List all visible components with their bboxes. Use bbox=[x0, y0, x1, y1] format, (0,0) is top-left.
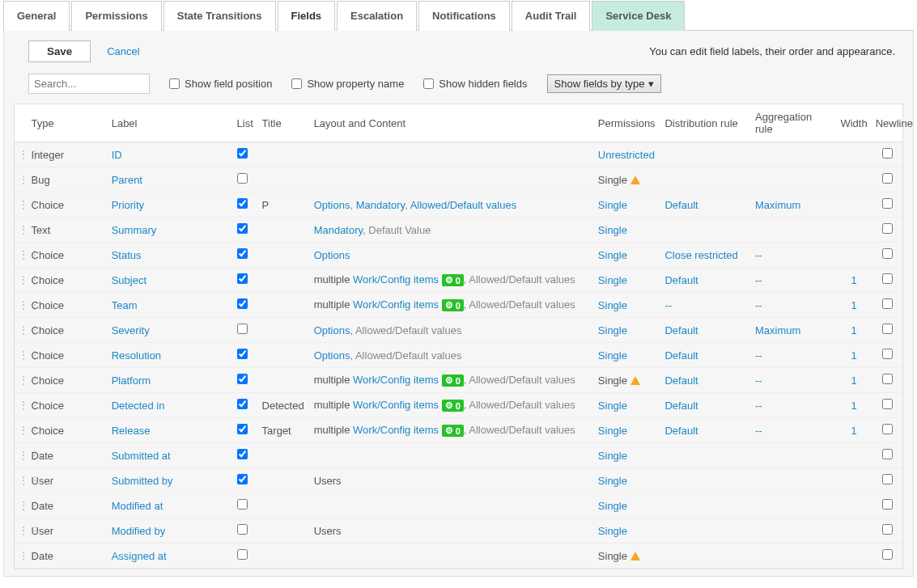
layout-link[interactable]: Options bbox=[314, 249, 350, 261]
field-label-link[interactable]: Submitted at bbox=[112, 450, 171, 462]
field-label-link[interactable]: Summary bbox=[112, 224, 157, 236]
cell-width[interactable]: 1 bbox=[835, 268, 872, 293]
list-checkbox[interactable] bbox=[237, 424, 248, 434]
search-input[interactable] bbox=[28, 74, 150, 94]
layout-link[interactable]: Work/Config items bbox=[353, 374, 439, 386]
newline-checkbox[interactable] bbox=[882, 399, 893, 409]
cell-width[interactable]: 1 bbox=[835, 368, 872, 393]
cell-title[interactable] bbox=[259, 518, 311, 544]
permissions-value[interactable]: Single bbox=[598, 224, 627, 236]
distribution-link[interactable]: -- bbox=[664, 299, 672, 311]
drag-handle-icon[interactable]: ⋮⋮ bbox=[15, 343, 28, 368]
tab-permissions[interactable]: Permissions bbox=[71, 1, 161, 31]
cell-title[interactable] bbox=[259, 167, 311, 192]
tab-escalation[interactable]: Escalation bbox=[337, 1, 417, 31]
show-field-position-checkbox[interactable] bbox=[169, 78, 180, 89]
layout-link[interactable]: Options bbox=[314, 349, 350, 362]
show-property-name-toggle[interactable]: Show property name bbox=[291, 78, 404, 90]
newline-checkbox[interactable] bbox=[882, 173, 893, 184]
width-value[interactable]: 1 bbox=[851, 349, 856, 362]
newline-checkbox[interactable] bbox=[882, 248, 893, 259]
newline-checkbox[interactable] bbox=[882, 374, 893, 384]
newline-checkbox[interactable] bbox=[882, 298, 893, 309]
permissions-value[interactable]: Single bbox=[598, 475, 627, 487]
show-hidden-fields-checkbox[interactable] bbox=[423, 78, 434, 89]
cell-title[interactable] bbox=[259, 368, 311, 393]
newline-checkbox[interactable] bbox=[882, 148, 893, 159]
cell-title[interactable] bbox=[259, 243, 311, 268]
permissions-value[interactable]: Single bbox=[598, 425, 627, 437]
field-label-link[interactable]: Status bbox=[112, 249, 142, 261]
width-value[interactable]: 1 bbox=[851, 299, 856, 311]
col-title[interactable]: Title bbox=[259, 104, 311, 142]
permissions-value[interactable]: Single bbox=[598, 274, 627, 286]
list-checkbox[interactable] bbox=[237, 349, 248, 359]
list-checkbox[interactable] bbox=[237, 223, 248, 234]
drag-handle-icon[interactable]: ⋮⋮ bbox=[15, 393, 28, 418]
show-hidden-fields-toggle[interactable]: Show hidden fields bbox=[423, 78, 527, 90]
config-badge[interactable]: 0 bbox=[442, 374, 464, 387]
drag-handle-icon[interactable]: ⋮⋮ bbox=[15, 468, 28, 493]
cell-title[interactable] bbox=[259, 142, 311, 167]
cell-width[interactable] bbox=[835, 243, 872, 268]
config-badge[interactable]: 0 bbox=[442, 425, 464, 437]
newline-checkbox[interactable] bbox=[882, 349, 893, 359]
cell-width[interactable] bbox=[835, 493, 872, 518]
cell-title[interactable] bbox=[259, 318, 311, 343]
list-checkbox[interactable] bbox=[237, 524, 248, 535]
distribution-link[interactable]: Default bbox=[664, 274, 698, 286]
newline-checkbox[interactable] bbox=[882, 524, 893, 535]
newline-checkbox[interactable] bbox=[882, 499, 893, 510]
cell-width[interactable] bbox=[835, 192, 872, 218]
layout-link[interactable]: Options bbox=[314, 199, 350, 211]
newline-checkbox[interactable] bbox=[882, 474, 893, 484]
tab-audit-trail[interactable]: Audit Trail bbox=[512, 1, 591, 31]
cell-width[interactable] bbox=[835, 167, 872, 192]
aggregation-link[interactable]: -- bbox=[755, 249, 762, 261]
list-checkbox[interactable] bbox=[237, 499, 248, 510]
field-label-link[interactable]: Assigned at bbox=[112, 550, 167, 562]
newline-checkbox[interactable] bbox=[882, 324, 893, 334]
drag-handle-icon[interactable]: ⋮⋮ bbox=[15, 293, 28, 318]
aggregation-link[interactable]: -- bbox=[755, 349, 762, 362]
list-checkbox[interactable] bbox=[237, 374, 248, 384]
cell-title[interactable] bbox=[259, 343, 311, 368]
list-checkbox[interactable] bbox=[237, 474, 248, 484]
drag-handle-icon[interactable]: ⋮⋮ bbox=[15, 544, 28, 569]
field-label-link[interactable]: Parent bbox=[112, 174, 142, 186]
list-checkbox[interactable] bbox=[237, 248, 248, 259]
show-property-name-checkbox[interactable] bbox=[291, 78, 302, 89]
drag-handle-icon[interactable]: ⋮⋮ bbox=[15, 418, 28, 443]
tab-notifications[interactable]: Notifications bbox=[418, 1, 510, 31]
layout-link[interactable]: Work/Config items bbox=[353, 298, 439, 311]
newline-checkbox[interactable] bbox=[882, 549, 893, 560]
field-label-link[interactable]: Severity bbox=[112, 324, 150, 336]
cell-width[interactable] bbox=[835, 218, 872, 243]
permissions-value[interactable]: Single bbox=[598, 299, 627, 311]
save-button[interactable]: Save bbox=[28, 40, 91, 62]
drag-handle-icon[interactable]: ⋮⋮ bbox=[15, 518, 28, 544]
field-label-link[interactable]: Detected in bbox=[112, 400, 165, 412]
field-label-link[interactable]: Resolution bbox=[112, 349, 161, 362]
col-layout[interactable]: Layout and Content bbox=[311, 104, 595, 142]
col-permissions[interactable]: Permissions bbox=[595, 104, 662, 142]
permissions-value[interactable]: Single bbox=[598, 400, 627, 412]
width-value[interactable]: 1 bbox=[851, 274, 856, 286]
field-label-link[interactable]: ID bbox=[112, 149, 122, 161]
permissions-value[interactable]: Single bbox=[598, 500, 627, 512]
newline-checkbox[interactable] bbox=[882, 223, 893, 234]
col-distribution[interactable]: Distribution rule bbox=[661, 104, 752, 142]
distribution-link[interactable]: Default bbox=[664, 374, 698, 387]
aggregation-link[interactable]: -- bbox=[755, 274, 762, 286]
drag-handle-icon[interactable]: ⋮⋮ bbox=[15, 318, 28, 343]
field-label-link[interactable]: Priority bbox=[112, 199, 144, 211]
list-checkbox[interactable] bbox=[237, 549, 248, 560]
drag-handle-icon[interactable]: ⋮⋮ bbox=[15, 368, 28, 393]
cell-title[interactable] bbox=[259, 443, 311, 468]
permissions-value[interactable]: Single bbox=[598, 525, 627, 537]
field-label-link[interactable]: Modified by bbox=[112, 525, 165, 537]
list-checkbox[interactable] bbox=[237, 198, 248, 209]
field-label-link[interactable]: Platform bbox=[112, 374, 151, 387]
col-label[interactable]: Label bbox=[108, 104, 234, 142]
list-checkbox[interactable] bbox=[237, 298, 248, 309]
